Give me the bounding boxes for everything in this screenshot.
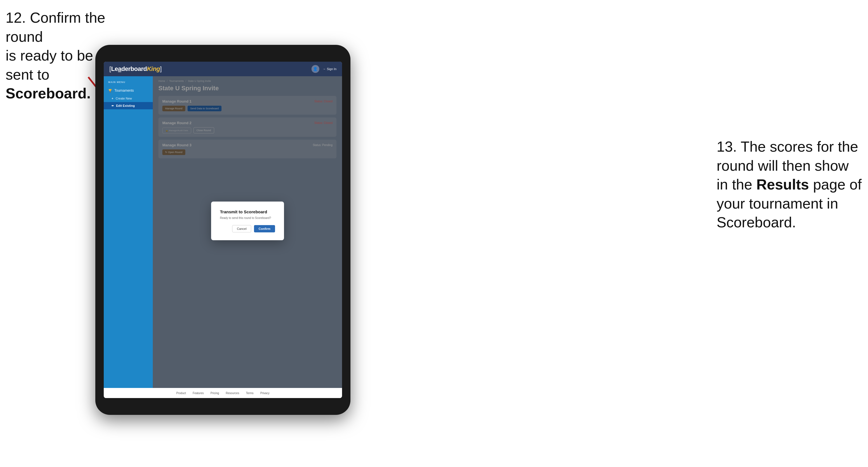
modal-title: Transmit to Scoreboard <box>220 209 275 214</box>
main-menu-label: MAIN MENU <box>104 81 153 84</box>
footer-pricing[interactable]: Pricing <box>211 392 219 395</box>
sidebar-item-create-new[interactable]: Create New <box>104 95 153 102</box>
step12-line1: 12. Confirm the round <box>6 9 105 45</box>
sidebar-item-tournaments[interactable]: Tournaments <box>104 86 153 95</box>
main-content: MAIN MENU Tournaments Create New Edit Ex… <box>104 76 342 388</box>
signin-arrow-icon: → <box>323 67 326 71</box>
footer-terms[interactable]: Terms <box>246 392 253 395</box>
step12-line2: is ready to be sent to <box>6 48 93 83</box>
nav-right: 👤 → Sign In <box>311 65 336 73</box>
footer-features[interactable]: Features <box>193 392 204 395</box>
logo-bracket-close: ] <box>160 65 162 72</box>
tablet-screen: [ LeaderboardKing ] 👤 → Sign In MAIN <box>104 62 342 398</box>
modal-cancel-button[interactable]: Cancel <box>232 225 251 232</box>
modal-buttons: Cancel Confirm <box>220 225 275 232</box>
footer-product[interactable]: Product <box>176 392 186 395</box>
modal-box: Transmit to Scoreboard Ready to send thi… <box>211 201 284 240</box>
avatar: 👤 <box>311 65 319 73</box>
content-area: Home / Tournaments / State U Spring Invi… <box>153 76 342 388</box>
step12-line3: Scoreboard. <box>6 85 91 101</box>
edit-icon <box>112 104 114 107</box>
sidebar-create-label: Create New <box>116 97 132 100</box>
signin-label: Sign In <box>327 67 336 71</box>
footer-privacy[interactable]: Privacy <box>260 392 270 395</box>
tablet-device: [ LeaderboardKing ] 👤 → Sign In MAIN <box>95 45 350 415</box>
top-nav: [ LeaderboardKing ] 👤 → Sign In <box>104 62 342 76</box>
sidebar-item-edit-existing[interactable]: Edit Existing <box>104 102 153 109</box>
step13-bold: Results <box>756 176 809 193</box>
logo-area: [ LeaderboardKing ] <box>109 65 162 72</box>
sidebar-edit-label: Edit Existing <box>116 104 135 107</box>
sidebar: MAIN MENU Tournaments Create New Edit Ex… <box>104 76 153 388</box>
plus-icon <box>112 97 113 100</box>
modal-subtitle: Ready to send this round to Scoreboard? <box>220 216 275 219</box>
modal-overlay: Transmit to Scoreboard Ready to send thi… <box>153 76 342 388</box>
step13-annotation: 13. The scores for the round will then s… <box>717 137 862 232</box>
sidebar-tournaments-label: Tournaments <box>114 89 134 93</box>
person-icon: 👤 <box>313 67 318 71</box>
logo-text: LeaderboardKing <box>111 65 160 72</box>
modal-confirm-button[interactable]: Confirm <box>254 225 275 232</box>
trophy-icon <box>108 89 112 93</box>
footer-resources[interactable]: Resources <box>226 392 239 395</box>
logo-king: King <box>147 65 160 72</box>
signin-button[interactable]: → Sign In <box>323 67 336 71</box>
footer: Product Features Pricing Resources Terms… <box>104 388 342 398</box>
